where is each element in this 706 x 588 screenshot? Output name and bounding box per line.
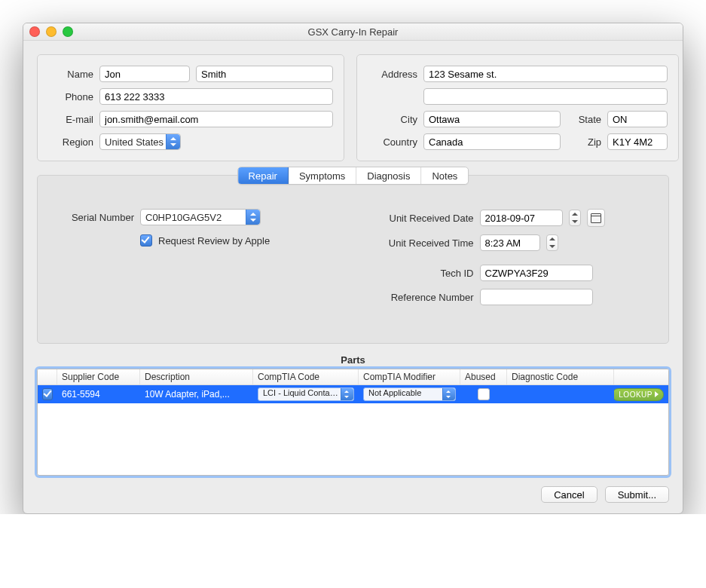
calendar-button[interactable] [587,209,605,227]
footer: Cancel Submit... [37,486,669,503]
row-description: 10W Adapter, iPad,... [140,389,253,400]
date-stepper[interactable] [569,210,581,226]
reference-number-label: Reference Number [368,292,474,303]
window: GSX Carry-In Repair Name Phone E-mail [23,23,683,514]
row-abused-checkbox[interactable] [478,388,490,400]
parts-title: Parts [37,354,669,366]
serial-number-select[interactable]: C0HP10GAG5V2 [140,209,261,225]
tab-symptoms[interactable]: Symptoms [289,167,356,184]
address-label: Address [368,69,417,80]
repair-panel: Repair Symptoms Diagnosis Notes Serial N… [37,175,669,344]
chevron-updown-icon [344,390,351,398]
col-diagnostic-code[interactable]: Diagnostic Code [507,369,614,384]
first-name-field[interactable] [99,66,190,82]
chevron-updown-icon [249,213,257,222]
serial-number-value: C0HP10GAG5V2 [145,212,222,223]
close-icon[interactable] [29,26,40,37]
parts-header: Supplier Code Description CompTIA Code C… [38,369,668,385]
lookup-button[interactable]: LOOKUP [614,388,664,401]
row-comptia-modifier-select[interactable]: Not Applicable [363,387,456,401]
tab-repair[interactable]: Repair [238,167,289,184]
zip-label: Zip [567,136,601,148]
name-label: Name [48,69,93,80]
state-label: State [567,114,601,125]
unit-received-time-label: Unit Received Time [368,237,474,249]
address-line2-field[interactable] [423,88,668,105]
tab-notes[interactable]: Notes [421,167,468,184]
tab-bar: Repair Symptoms Diagnosis Notes [237,167,469,185]
col-supplier-code[interactable]: Supplier Code [57,369,140,384]
zip-field[interactable] [607,133,668,150]
email-field[interactable] [99,111,333,127]
region-value: United States [105,136,164,148]
col-abused[interactable]: Abused [460,369,507,384]
col-check [38,369,57,384]
window-controls [29,26,73,37]
row-checkbox[interactable] [42,388,53,400]
minimize-icon[interactable] [46,26,57,37]
zoom-icon[interactable] [63,26,73,37]
tech-id-label: Tech ID [368,268,474,279]
row-supplier-code: 661-5594 [57,389,140,400]
window-title: GSX Carry-In Repair [23,26,683,38]
request-review-checkbox[interactable] [140,234,152,247]
state-field[interactable] [607,111,668,127]
phone-label: Phone [48,91,93,103]
phone-field[interactable] [99,88,333,105]
triangle-right-icon [655,391,659,397]
city-field[interactable] [423,111,561,127]
content: Name Phone E-mail Region United States [23,41,683,513]
chevron-updown-icon [170,137,177,146]
col-description[interactable]: Description [140,369,253,384]
parts-table[interactable]: Supplier Code Description CompTIA Code C… [37,369,669,476]
col-comptia-modifier[interactable]: CompTIA Modifier [359,369,460,384]
unit-received-time-field[interactable] [480,234,540,251]
region-select[interactable]: United States [99,133,181,150]
country-field[interactable] [423,133,561,150]
customer-panel: Name Phone E-mail Region United States [37,54,344,161]
city-label: City [368,114,417,125]
titlebar: GSX Carry-In Repair [23,23,683,41]
reference-number-field[interactable] [480,289,593,305]
unit-received-date-field[interactable] [480,210,563,226]
cancel-button[interactable]: Cancel [541,486,597,503]
submit-button[interactable]: Submit... [605,486,669,503]
address-panel: Address City State Country Zip [356,54,679,161]
region-label: Region [48,136,93,148]
unit-received-date-label: Unit Received Date [368,213,474,224]
tech-id-field[interactable] [480,265,593,281]
address-line1-field[interactable] [423,66,668,82]
email-label: E-mail [48,114,93,125]
calendar-icon [591,213,601,223]
col-lookup [614,369,668,384]
row-comptia-code-select[interactable]: LCI - Liquid Contami... [258,387,354,401]
request-review-label: Request Review by Apple [158,235,270,247]
tab-diagnosis[interactable]: Diagnosis [356,167,421,184]
last-name-field[interactable] [196,66,333,82]
country-label: Country [368,136,417,148]
serial-number-label: Serial Number [51,212,134,223]
time-stepper[interactable] [546,234,558,251]
chevron-updown-icon [445,390,453,398]
col-comptia-code[interactable]: CompTIA Code [253,369,359,384]
table-row[interactable]: 661-5594 10W Adapter, iPad,... LCI - Liq… [38,385,668,403]
